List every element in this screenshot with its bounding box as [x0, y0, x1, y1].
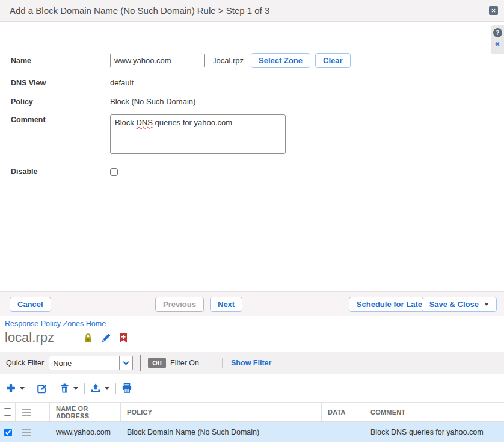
delete-trash-icon[interactable]: [60, 383, 69, 393]
zone-suffix: .local.rpz: [212, 56, 244, 65]
row-policy: Block Domain Name (No Such Domain): [121, 422, 322, 442]
header-policy[interactable]: POLICY: [121, 403, 322, 421]
comment-text-prefix: Block: [115, 118, 136, 127]
quick-filter-bar: Quick Filter None Off Filter On Show Fil…: [0, 352, 504, 374]
table-header-row: NAME OR ADDRESS POLICY DATA COMMENT: [0, 402, 504, 422]
name-label: Name: [11, 57, 110, 65]
table-row[interactable]: www.yahoo.com Block Domain Name (No Such…: [0, 422, 504, 442]
export-dropdown-caret[interactable]: [105, 387, 109, 390]
chevron-down-icon: [484, 303, 489, 306]
divider: [115, 383, 116, 394]
header-comment[interactable]: COMMENT: [364, 403, 504, 421]
rules-table: NAME OR ADDRESS POLICY DATA COMMENT www.…: [0, 402, 504, 442]
text-cursor: [233, 119, 233, 127]
comment-input[interactable]: Block DNS queries for yahoo.com: [110, 114, 286, 154]
comment-text-suffix: queries for yahoo.com: [153, 118, 232, 127]
schedule-for-later-button[interactable]: Schedule for Later: [349, 297, 433, 312]
divider: [84, 383, 85, 394]
breadcrumb-response-policy-zones-home[interactable]: Response Policy Zones Home: [5, 320, 106, 328]
select-arrow-box: [119, 356, 132, 370]
comment-label: Comment: [11, 114, 110, 124]
select-all-checkbox[interactable]: [4, 408, 11, 416]
select-zone-button[interactable]: Select Zone: [251, 53, 310, 68]
quick-filter-select[interactable]: None: [49, 356, 133, 370]
row-name: www.yahoo.com: [50, 422, 121, 442]
policy-value: Block (No Such Domain): [110, 97, 195, 106]
row-hamburger-icon[interactable]: [22, 429, 31, 436]
row-data: [322, 422, 364, 442]
previous-button[interactable]: Previous: [155, 297, 204, 312]
save-and-close-button[interactable]: Save & Close: [422, 297, 497, 312]
bookmark-icon[interactable]: [119, 333, 128, 343]
collapse-icon[interactable]: «: [495, 39, 500, 48]
dns-view-row: DNS View default: [11, 78, 134, 87]
divider: [222, 358, 223, 368]
divider: [54, 383, 54, 394]
table-toolbar: [6, 380, 132, 397]
export-upload-icon[interactable]: [91, 383, 100, 393]
close-icon[interactable]: ✕: [489, 6, 498, 15]
select-all-cell: [0, 403, 16, 421]
edit-icon[interactable]: [37, 383, 48, 394]
help-icon[interactable]: ?: [493, 28, 502, 37]
header-name-or-address[interactable]: NAME OR ADDRESS: [50, 403, 121, 421]
divider: [140, 355, 141, 371]
next-button[interactable]: Next: [210, 297, 242, 312]
dialog-footer: Cancel Previous Next Schedule for Later …: [0, 291, 504, 316]
zone-title-row: local.rpz: [5, 329, 128, 347]
name-input[interactable]: [110, 54, 205, 67]
zone-name: local.rpz: [5, 330, 54, 345]
save-and-close-label: Save & Close: [429, 300, 479, 309]
menu-hamburger-icon[interactable]: [22, 409, 31, 416]
disable-checkbox[interactable]: [110, 168, 118, 176]
filter-toggle-off-badge[interactable]: Off: [148, 358, 166, 368]
app-root: Add a Block Domain Name (No Such Domain)…: [0, 0, 504, 446]
row-comment: Block DNS queries for yahoo.com: [364, 422, 504, 442]
row-menu-cell: [16, 422, 50, 442]
cancel-button[interactable]: Cancel: [10, 297, 51, 312]
dialog-title: Add a Block Domain Name (No Such Domain)…: [10, 5, 489, 16]
filter-on-label: Filter On: [170, 359, 199, 367]
header-menu-cell: [16, 403, 50, 421]
dns-view-value: default: [110, 78, 134, 87]
clear-button[interactable]: Clear: [315, 53, 351, 68]
quick-filter-selected-value: None: [49, 359, 119, 368]
comment-text-misspelled: DNS: [136, 118, 152, 127]
dns-view-label: DNS View: [11, 79, 110, 87]
disable-row: Disable: [11, 167, 118, 176]
chevron-down-icon: [123, 359, 129, 365]
delete-dropdown-caret[interactable]: [73, 387, 78, 390]
edit-pencil-icon[interactable]: [101, 333, 111, 343]
help-panel: ? «: [491, 25, 504, 54]
divider: [31, 383, 31, 394]
zone-actions: [83, 333, 128, 343]
comment-row: Comment Block DNS queries for yahoo.com: [11, 114, 286, 154]
dialog-titlebar: Add a Block Domain Name (No Such Domain)…: [0, 0, 504, 22]
quick-filter-label: Quick Filter: [6, 359, 44, 367]
header-data[interactable]: DATA: [322, 403, 364, 421]
lock-icon[interactable]: [83, 333, 93, 343]
row-select-cell: [0, 422, 16, 442]
name-row: Name .local.rpz Select Zone Clear: [11, 53, 351, 68]
row-checkbox[interactable]: [4, 429, 12, 436]
disable-label: Disable: [11, 167, 110, 176]
show-filter-link[interactable]: Show Filter: [231, 359, 271, 367]
policy-row: Policy Block (No Such Domain): [11, 97, 195, 106]
add-icon[interactable]: [6, 383, 16, 393]
add-dropdown-caret[interactable]: [20, 387, 25, 390]
print-icon[interactable]: [122, 383, 132, 393]
policy-label: Policy: [11, 98, 110, 106]
